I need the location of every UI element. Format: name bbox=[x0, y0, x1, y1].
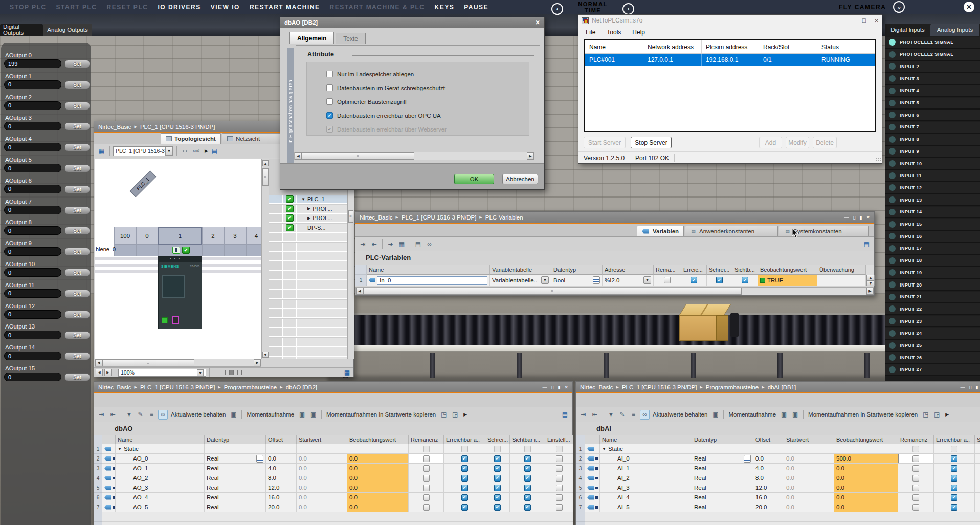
set-button[interactable]: Set bbox=[64, 81, 90, 89]
name-cell[interactable]: AI_1 bbox=[600, 464, 692, 473]
start-server-button[interactable]: Start Server bbox=[584, 137, 626, 148]
checkbox[interactable] bbox=[423, 504, 430, 511]
dbai-title-bar[interactable]: Nirtec_Basic▶PLC_1 [CPU 1516-3 PN/DP]▶Pr… bbox=[576, 382, 980, 393]
plc-variables-title-bar[interactable]: Nirtec_Basic▶PLC_1 [CPU 1516-3 PN/DP]▶PL… bbox=[355, 212, 874, 224]
watch-value-cell[interactable]: 0.0 bbox=[347, 473, 409, 483]
zoom-slider-thumb[interactable] bbox=[230, 370, 233, 375]
time-next-button[interactable]: › bbox=[622, 3, 634, 15]
checkbox-cell[interactable]: ✔ bbox=[975, 493, 980, 502]
menu-restart-machine-plc[interactable]: RESTART MACHINE & PLC bbox=[330, 4, 425, 11]
checkbox[interactable] bbox=[423, 455, 430, 462]
device-network-icon[interactable]: ▦ bbox=[97, 146, 106, 156]
breadcrumb-segment[interactable]: PLC_1 [CPU 1516-3 PN/DP] bbox=[402, 214, 476, 221]
plc-device[interactable]: • • • SIEMENS S7-1500 bbox=[158, 256, 202, 329]
zoom-slider[interactable] bbox=[213, 369, 250, 376]
type-selector-icon[interactable] bbox=[593, 276, 600, 284]
close-icon[interactable]: ✕ bbox=[875, 18, 879, 24]
slot-column-0[interactable]: 0 bbox=[136, 227, 158, 245]
copy-snapshots-button[interactable]: Momentaufnahmen in Startwerte kopieren bbox=[808, 411, 918, 418]
watch-value-cell[interactable]: 0.0 bbox=[347, 483, 409, 493]
checkbox[interactable] bbox=[912, 504, 919, 511]
checkbox[interactable]: ✔ bbox=[461, 455, 468, 462]
add-row-icon[interactable]: ⇤ bbox=[590, 410, 599, 420]
dialog-title-bar[interactable]: dbAO [DB2] ✕ bbox=[280, 17, 544, 28]
checkbox-cell[interactable]: ✔ bbox=[444, 464, 485, 473]
column-header-erreichbar-a[interactable]: Erreichbar a.. bbox=[444, 435, 485, 444]
close-icon[interactable]: ✕ bbox=[564, 385, 568, 390]
breadcrumb-segment[interactable]: PLC_1 [CPU 1516-3 PN/DP] bbox=[622, 384, 697, 390]
dialog-close-icon[interactable]: ✕ bbox=[535, 19, 540, 26]
start-value-cell[interactable]: 0.0 bbox=[784, 502, 834, 512]
menu-start-plc[interactable]: START PLC bbox=[56, 4, 97, 11]
checkbox-cell[interactable] bbox=[898, 473, 934, 483]
tab-texte[interactable]: Texte bbox=[336, 33, 366, 44]
checkbox-cell[interactable]: ✔ bbox=[934, 502, 975, 512]
plc-row[interactable]: PLC#001127.0.0.1192.168.0.10/1RUNNING bbox=[585, 54, 875, 66]
scroll-left-icon[interactable]: ◀ bbox=[295, 152, 302, 160]
monitor-all-icon[interactable]: ∞ bbox=[158, 410, 168, 420]
output-value-input[interactable] bbox=[4, 289, 61, 298]
datatype-cell[interactable]: Real bbox=[205, 464, 266, 473]
checkbox-cell[interactable] bbox=[898, 464, 934, 473]
detail-view-icon[interactable]: ▤ bbox=[862, 239, 872, 249]
type-selector-icon[interactable] bbox=[744, 455, 751, 463]
datatype-cell[interactable]: Real bbox=[692, 502, 753, 512]
zoom-select-arrow-icon[interactable]: ▼ bbox=[197, 369, 204, 376]
column-header-rack-slot[interactable]: Rack/Slot bbox=[759, 40, 817, 53]
name-cell[interactable]: AI_2 bbox=[600, 473, 692, 483]
breadcrumb-segment[interactable]: Nirtec_Basic bbox=[360, 214, 393, 221]
tab-analog-outputs[interactable]: Analog Outputs bbox=[43, 24, 92, 36]
name-cell[interactable]: AO_4 bbox=[116, 493, 205, 502]
checkbox[interactable]: ✔ bbox=[461, 485, 468, 491]
checkbox-cell[interactable]: ✔ bbox=[934, 464, 975, 473]
column-header-schrei[interactable]: Schrei... bbox=[485, 435, 510, 444]
set-button[interactable]: Set bbox=[64, 206, 90, 214]
keep-actual-values-button[interactable]: Aktualwerte behalten bbox=[171, 411, 226, 418]
checkbox[interactable] bbox=[423, 494, 430, 501]
detail-view-icon[interactable]: ▤ bbox=[560, 410, 570, 420]
float-icon[interactable]: ▯ bbox=[853, 215, 856, 220]
table-row-ao-2[interactable]: 4AO_2Real8.00.00.0✔✔✔ bbox=[94, 473, 573, 483]
menu-file[interactable]: File bbox=[586, 29, 595, 36]
checkbox-cell[interactable] bbox=[409, 464, 444, 473]
slot-cell[interactable] bbox=[202, 245, 224, 256]
checkbox-cell[interactable]: ✔ bbox=[975, 483, 980, 493]
checkbox-cell[interactable] bbox=[409, 502, 444, 512]
output-value-input[interactable] bbox=[4, 268, 61, 277]
scroll-left-icon[interactable]: ◀ bbox=[95, 359, 102, 366]
menu-io-drivers[interactable]: IO DRIVERS bbox=[158, 4, 201, 11]
slot-cell[interactable] bbox=[224, 245, 246, 256]
expander-icon[interactable]: ▼ bbox=[602, 447, 606, 451]
fit-view-icon[interactable]: ▦ bbox=[342, 368, 352, 378]
name-cell[interactable]: In_0 bbox=[367, 275, 490, 286]
tab-digital-inputs[interactable]: Digital Inputs bbox=[885, 24, 930, 36]
add-row-icon[interactable]: ⇤ bbox=[108, 410, 118, 420]
checkbox-cell[interactable]: ✔ bbox=[485, 483, 510, 493]
name-cell[interactable]: AI_3 bbox=[600, 483, 692, 493]
checkbox-cell[interactable]: ✔ bbox=[510, 473, 545, 483]
checkbox[interactable] bbox=[912, 475, 919, 482]
checkbox[interactable]: ✔ bbox=[951, 494, 957, 501]
column-header-datentyp[interactable]: Datentyp bbox=[205, 435, 266, 444]
checkbox[interactable]: ✔ bbox=[524, 465, 531, 472]
scroll-thumb[interactable]: ≡ bbox=[302, 152, 414, 160]
column-header-name[interactable]: Name bbox=[585, 40, 643, 53]
set-button[interactable]: Set bbox=[64, 122, 90, 130]
checkbox[interactable]: ✔ bbox=[461, 504, 468, 511]
output-value-input[interactable] bbox=[4, 247, 61, 256]
slot-cell[interactable] bbox=[136, 245, 158, 256]
tab-variablen[interactable]: Variablen bbox=[637, 226, 684, 236]
column-header-sichtb[interactable]: Sichtb... bbox=[732, 265, 758, 275]
table-row-ao-0[interactable]: 2AO_0Real0.00.00.0✔✔✔ bbox=[94, 454, 573, 464]
column-header-berwachung[interactable]: Überwachung bbox=[817, 265, 866, 275]
output-value-input[interactable] bbox=[4, 59, 61, 68]
copy-all-icon[interactable]: ◲ bbox=[932, 410, 942, 420]
add-row-icon[interactable]: ⇤ bbox=[369, 239, 379, 249]
start-value-cell[interactable]: 0.0 bbox=[784, 493, 834, 502]
breadcrumb-segment[interactable]: dbAO [DB2] bbox=[286, 384, 317, 390]
checkbox[interactable] bbox=[423, 485, 430, 491]
start-value-cell[interactable]: 0.0 bbox=[297, 483, 347, 493]
checkbox-cell[interactable]: ✔ bbox=[975, 464, 980, 473]
column-header-schrei[interactable]: Schrei... bbox=[975, 435, 980, 444]
copy-all-icon[interactable]: ◲ bbox=[450, 410, 460, 420]
